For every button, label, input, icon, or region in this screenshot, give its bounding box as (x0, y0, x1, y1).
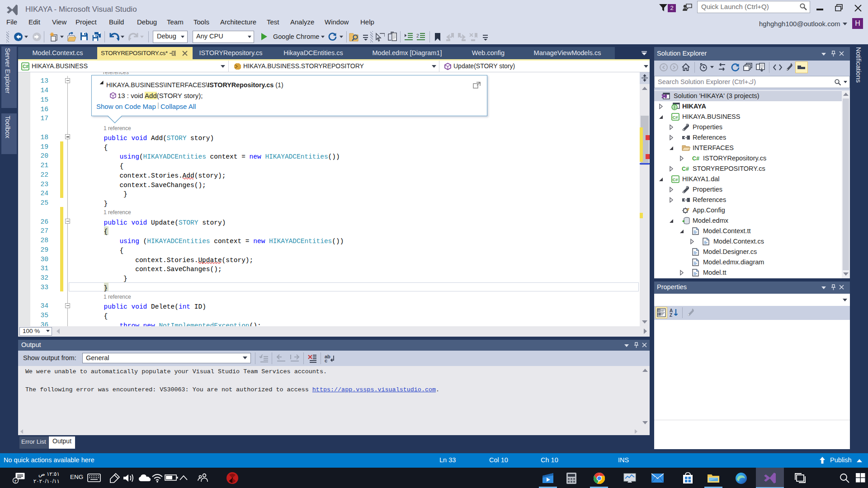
svg-text:C#: C# (23, 64, 28, 69)
svg-text:Z: Z (670, 313, 672, 317)
svg-text:C#: C# (673, 114, 679, 119)
svg-text:c: c (325, 358, 327, 363)
svg-text:٢: ٢ (14, 479, 17, 483)
svg-text:2: 2 (416, 33, 419, 38)
svg-text:C#: C# (692, 155, 699, 161)
svg-text:C#: C# (673, 177, 679, 182)
svg-text:C#: C# (682, 165, 689, 172)
